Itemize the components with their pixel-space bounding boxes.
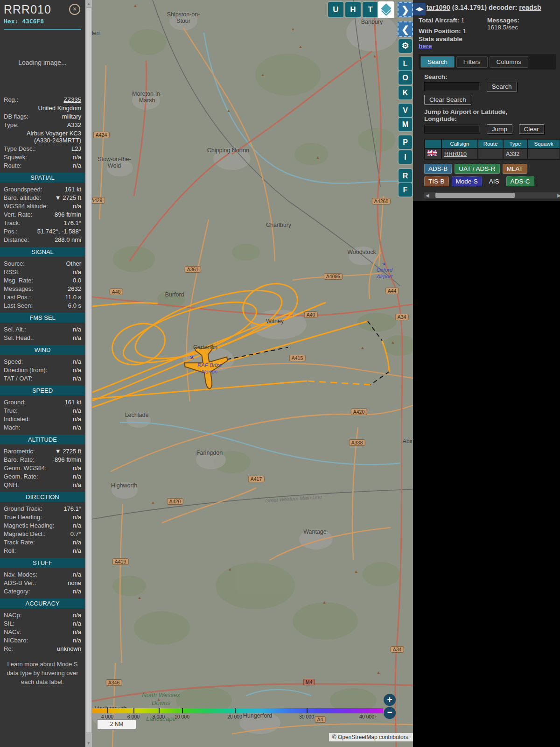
town-label: Stow-on-the- Wold xyxy=(98,156,131,169)
info-value: n/a xyxy=(73,162,81,169)
info-label: Type: xyxy=(4,121,19,128)
legend-tick-label: 8 000 xyxy=(153,714,165,719)
data-row: Geom. WGS84:n/a xyxy=(0,464,85,472)
filter-ads-c[interactable]: ADS-C xyxy=(506,176,534,186)
callsign-cell[interactable]: RRR010 xyxy=(442,149,477,159)
data-row: Category:n/a xyxy=(0,587,85,595)
data-label: Geom. WGS84: xyxy=(4,465,47,472)
data-label: Magnetic Heading: xyxy=(4,522,54,529)
tab-filters[interactable]: Filters xyxy=(456,56,488,68)
scroll-up-icon[interactable]: ▲ xyxy=(85,1,92,6)
jump-input[interactable] xyxy=(424,125,480,134)
tab-columns[interactable]: Columns xyxy=(490,56,528,68)
map-button-m[interactable]: M xyxy=(399,118,412,131)
map-button-l[interactable]: L xyxy=(399,57,412,70)
tab-search[interactable]: Search xyxy=(420,56,455,68)
tar1090-link[interactable]: tar1090 xyxy=(427,4,450,11)
peak-icon: ▲ xyxy=(291,27,295,31)
data-row: TAT / OAT:n/a xyxy=(0,374,85,382)
map-button-u[interactable]: U xyxy=(328,2,343,17)
readsb-link[interactable]: readsb xyxy=(519,4,541,11)
map-button-r[interactable]: R xyxy=(399,169,412,183)
map-button-f[interactable]: F xyxy=(399,183,412,197)
data-label: NICbaro: xyxy=(4,637,28,644)
town-label: Banbury xyxy=(361,19,383,25)
info-value[interactable]: ZZ335 xyxy=(63,96,81,103)
peak-icon: ▲ xyxy=(316,155,320,160)
filter-ads-b[interactable]: ADS-B xyxy=(424,164,452,174)
filter-tis-b[interactable]: TIS-B xyxy=(424,176,449,186)
data-label: Ground: xyxy=(4,399,26,406)
data-row: NACp:n/a xyxy=(0,611,85,619)
col-header[interactable]: Type xyxy=(504,140,527,148)
road-badge: A34 xyxy=(395,314,409,320)
sidebar-scrollbar[interactable]: ▲ ▼ xyxy=(85,0,92,747)
peak-icon: ▲ xyxy=(138,595,142,600)
clear-search-button[interactable]: Clear Search xyxy=(424,95,471,105)
map-canvas[interactable]: ✈ ✈ Shipston-on- StourBanburydenMoreton-… xyxy=(92,0,413,747)
stats-here-link[interactable]: here xyxy=(419,42,487,49)
search-button[interactable]: Search xyxy=(487,82,517,92)
map-button-k[interactable]: K xyxy=(399,86,412,99)
data-value: n/a xyxy=(73,539,81,546)
panel-collapse-icon[interactable]: ❮ xyxy=(398,21,413,37)
map-button-h[interactable]: H xyxy=(345,2,361,17)
data-row: WGS84 altitude:n/a xyxy=(0,202,85,210)
zoom-out-button[interactable]: − xyxy=(384,707,396,719)
source-filter-buttons: ADS-BUAT / ADS-RMLATTIS-BMode-SAISADS-C xyxy=(419,160,556,190)
table-row[interactable]: RRR010A332▼ 2725 xyxy=(425,149,560,159)
col-header[interactable]: Squawk xyxy=(528,140,560,148)
col-header[interactable] xyxy=(425,140,441,148)
hscroll-thumb[interactable] xyxy=(435,193,515,198)
info-value: n/a xyxy=(73,154,81,161)
decoder-label: decoder: xyxy=(489,4,519,11)
altitude-legend xyxy=(92,708,383,713)
data-label: Barometric: xyxy=(4,448,35,455)
uk-flag-icon xyxy=(425,149,441,159)
peak-icon: ▲ xyxy=(391,340,395,345)
right-panel-header: ◀▶ tar1090 (3.14.1791) decoder: readsb T… xyxy=(413,0,560,198)
info-row: United Kingdom xyxy=(0,104,85,112)
data-row: Msg. Rate:0.0 xyxy=(0,276,85,284)
sidebar-scrollbar-thumb[interactable] xyxy=(86,7,92,733)
col-header[interactable]: Route xyxy=(478,140,503,148)
data-label: Sel. Head.: xyxy=(4,334,34,341)
road-badge: A420 xyxy=(351,409,367,415)
with-position: With Position: 1 xyxy=(419,28,487,35)
aircraft-table-wrap: CallsignRouteTypeSquawkAlt. (ft)Spd RRR0… xyxy=(424,139,560,160)
data-row: Sel. Head.:n/a xyxy=(0,333,85,342)
hscroll-right-icon[interactable]: ▶ xyxy=(557,192,560,198)
panel-width-toggle[interactable]: ◀▶ xyxy=(413,3,426,15)
filter-mlat[interactable]: MLAT xyxy=(503,164,527,174)
data-label: ADS-B Ver.: xyxy=(4,579,36,586)
col-header[interactable]: Callsign xyxy=(442,140,477,148)
close-icon[interactable]: × xyxy=(69,4,80,15)
filter-ais[interactable]: AIS xyxy=(485,176,504,186)
road-badge: A346 xyxy=(106,679,122,686)
data-label: Last Pos.: xyxy=(4,294,31,301)
clear-jump-button[interactable]: Clear xyxy=(519,124,544,134)
map-button-p[interactable]: P xyxy=(399,135,412,149)
search-input[interactable] xyxy=(424,82,480,91)
map-button-v[interactable]: V xyxy=(399,104,412,117)
filter-uat-ads-r[interactable]: UAT / ADS-R xyxy=(455,164,499,174)
filter-mode-s[interactable]: Mode-S xyxy=(452,176,482,186)
gear-icon[interactable]: ⚙ xyxy=(399,39,412,53)
jump-button[interactable]: Jump xyxy=(487,124,512,134)
data-row: True Heading:n/a xyxy=(0,513,85,521)
layers-icon[interactable] xyxy=(378,1,394,18)
data-label: Sel. Alt.: xyxy=(4,326,26,333)
scroll-down-icon[interactable]: ▼ xyxy=(85,741,92,746)
town-label: Wantage xyxy=(303,529,327,535)
map-button-i[interactable]: I xyxy=(399,150,412,164)
panel-expand-icon[interactable]: ❯ xyxy=(398,2,413,17)
tar1090-app: RRR010 × Hex: 43C6F8 Loading image... Re… xyxy=(0,0,560,747)
data-label: True Heading: xyxy=(4,514,42,521)
table-hscrollbar[interactable]: ◀ ▶ xyxy=(424,192,560,198)
data-label: Baro. Rate: xyxy=(4,456,35,463)
zoom-in-button[interactable]: + xyxy=(384,694,396,706)
map-button-t[interactable]: T xyxy=(363,2,378,17)
town-label: Shipston-on- Stour xyxy=(167,11,200,25)
map-button-o[interactable]: O xyxy=(399,71,412,85)
hscroll-left-icon[interactable]: ◀ xyxy=(426,192,429,198)
